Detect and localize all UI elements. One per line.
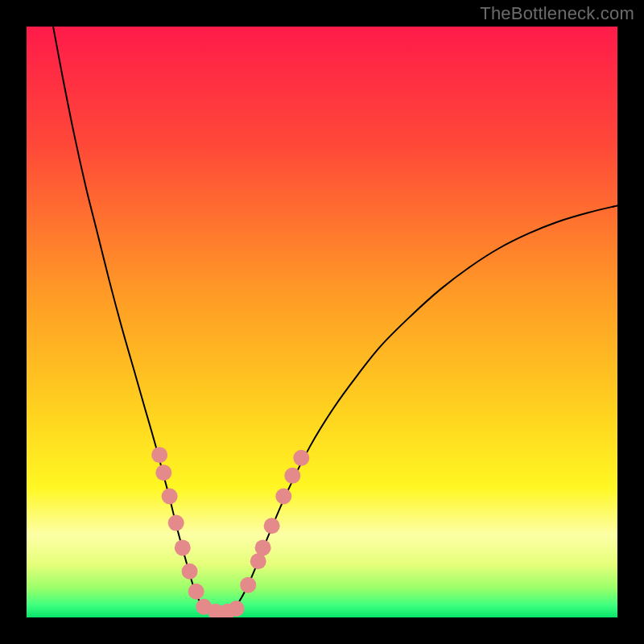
data-marker bbox=[168, 515, 184, 531]
data-marker bbox=[275, 489, 291, 505]
data-marker bbox=[151, 447, 167, 463]
data-marker bbox=[293, 450, 309, 466]
data-marker bbox=[162, 489, 178, 505]
chart-svg bbox=[27, 27, 617, 617]
watermark-text: TheBottleneck.com bbox=[480, 3, 634, 24]
data-marker bbox=[229, 601, 245, 617]
data-marker bbox=[188, 584, 204, 600]
data-marker bbox=[182, 564, 198, 580]
data-marker bbox=[284, 468, 300, 484]
gradient-background bbox=[27, 27, 617, 617]
plot-area bbox=[27, 27, 617, 617]
data-marker bbox=[264, 518, 280, 534]
data-marker bbox=[175, 539, 191, 555]
data-marker bbox=[255, 539, 271, 555]
data-marker bbox=[240, 577, 256, 593]
data-marker bbox=[155, 464, 171, 481]
chart-frame: TheBottleneck.com bbox=[0, 0, 644, 644]
